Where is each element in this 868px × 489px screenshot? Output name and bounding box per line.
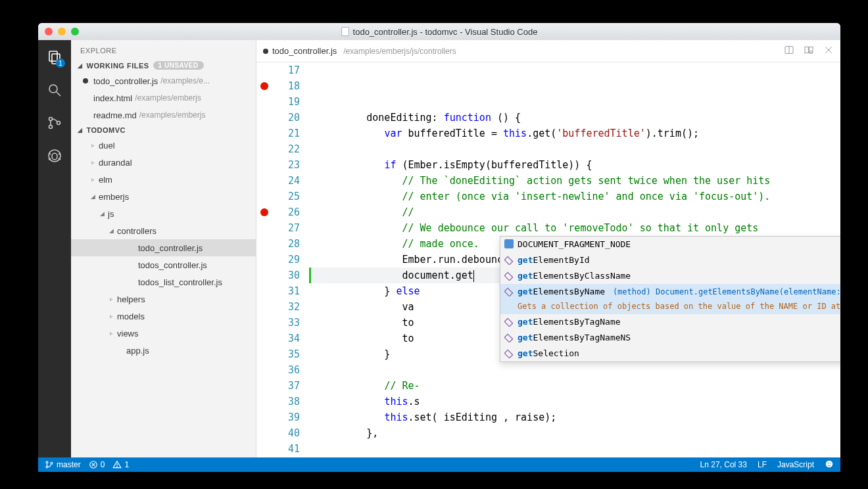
minimize-window-button[interactable] bbox=[58, 28, 66, 35]
activity-debug-button[interactable] bbox=[45, 147, 64, 165]
breakpoint-icon[interactable] bbox=[260, 82, 268, 90]
line-number[interactable]: 40 bbox=[256, 425, 300, 441]
line-number[interactable]: 27 bbox=[256, 220, 300, 236]
line-number[interactable]: 29 bbox=[256, 252, 300, 268]
warnings-status[interactable]: 1 bbox=[112, 460, 129, 469]
code-line[interactable]: this.s bbox=[309, 394, 840, 409]
tree-item[interactable]: ▹helpers bbox=[71, 291, 256, 308]
code-line[interactable] bbox=[309, 141, 840, 157]
tree-item[interactable]: ◢controllers bbox=[71, 222, 256, 239]
activity-explorer-button[interactable]: 1 bbox=[45, 48, 64, 66]
errors-status[interactable]: 0 bbox=[89, 460, 105, 469]
line-number[interactable]: 23 bbox=[256, 157, 300, 173]
code-line[interactable]: cancelEditing: function () { bbox=[309, 457, 840, 457]
line-number[interactable]: 28 bbox=[256, 236, 300, 252]
suggest-item[interactable]: getElementsByName (method) Document.getE… bbox=[500, 284, 840, 314]
line-number[interactable]: 38 bbox=[256, 394, 300, 409]
suggest-item[interactable]: DOCUMENT_FRAGMENT_NODE bbox=[500, 237, 840, 252]
tree-item[interactable]: todos_list_controller.js bbox=[71, 273, 256, 291]
line-number[interactable]: 24 bbox=[256, 173, 300, 189]
tree-item[interactable]: ▹models bbox=[71, 308, 256, 325]
suggest-item[interactable]: getElementsByClassName bbox=[500, 268, 840, 284]
tree-item[interactable]: app.js bbox=[71, 342, 256, 359]
svg-rect-15 bbox=[805, 47, 808, 53]
close-window-button[interactable] bbox=[45, 28, 53, 35]
line-number[interactable]: 32 bbox=[256, 299, 300, 315]
line-number[interactable]: 34 bbox=[256, 331, 300, 346]
code-line[interactable]: // We debounce our call to 'removeTodo' … bbox=[309, 220, 840, 236]
code-line[interactable]: if (Ember.isEmpty(bufferedTitle)) { bbox=[309, 157, 840, 173]
git-branch-status[interactable]: master bbox=[45, 460, 81, 469]
code-line[interactable]: var bufferedTitle = this.get('bufferedTi… bbox=[309, 126, 840, 141]
suggest-item[interactable]: getSelection bbox=[500, 346, 840, 361]
working-files-list: todo_controller.js /examples/e...index.h… bbox=[71, 72, 256, 124]
suggest-item[interactable]: getElementById bbox=[500, 252, 840, 268]
breakpoint-icon[interactable] bbox=[260, 208, 268, 216]
svg-point-33 bbox=[117, 467, 118, 467]
code-line[interactable]: }, bbox=[309, 425, 840, 441]
close-tab-button[interactable] bbox=[823, 45, 834, 57]
code-line[interactable]: // Re- bbox=[309, 378, 840, 394]
suggest-label: getSelection bbox=[518, 348, 579, 358]
split-editor-button[interactable] bbox=[784, 45, 794, 57]
language-mode[interactable]: JavaScript bbox=[777, 460, 814, 469]
working-files-header[interactable]: ◢ WORKING FILES 1 UNSAVED bbox=[71, 58, 256, 72]
line-number[interactable]: 20 bbox=[256, 110, 300, 126]
eol-indicator[interactable]: LF bbox=[758, 460, 767, 469]
chevron-icon: ◢ bbox=[99, 210, 105, 217]
code-line[interactable]: // enter (once via 'insert-newline' and … bbox=[309, 189, 840, 204]
tree-item[interactable]: todo_controller.js bbox=[71, 239, 256, 256]
tree-item[interactable]: ◢emberjs bbox=[71, 188, 256, 205]
tree-item[interactable]: ▹duel bbox=[71, 137, 256, 154]
project-header[interactable]: ◢ TODOMVC bbox=[71, 124, 256, 137]
suggest-label: getElementById bbox=[518, 255, 590, 265]
cursor-position[interactable]: Ln 27, Col 33 bbox=[700, 460, 747, 469]
maximize-window-button[interactable] bbox=[71, 28, 79, 35]
working-file-name: index.html bbox=[93, 93, 132, 103]
line-gutter[interactable]: 1718192021222324252627282930313233343536… bbox=[256, 62, 309, 457]
line-number[interactable]: 39 bbox=[256, 409, 300, 425]
working-file-item[interactable]: readme.md /examples/emberjs bbox=[71, 106, 256, 124]
line-number[interactable]: 25 bbox=[256, 189, 300, 204]
tree-item[interactable]: todos_controller.js bbox=[71, 256, 256, 273]
feedback-button[interactable] bbox=[825, 459, 834, 471]
working-file-name: todo_controller.js bbox=[93, 76, 158, 86]
line-number[interactable]: 36 bbox=[256, 362, 300, 378]
line-number[interactable]: 35 bbox=[256, 346, 300, 362]
chevron-icon: ◢ bbox=[89, 193, 96, 200]
line-number[interactable]: 21 bbox=[256, 126, 300, 141]
code-line[interactable]: doneEditing: function () { bbox=[309, 110, 840, 126]
activity-search-button[interactable] bbox=[45, 81, 64, 99]
svg-rect-0 bbox=[49, 51, 57, 61]
code-line[interactable]: // The `doneEditing` action gets sent tw… bbox=[309, 173, 840, 189]
compare-button[interactable] bbox=[804, 45, 814, 57]
working-file-name: readme.md bbox=[93, 110, 137, 120]
working-file-item[interactable]: todo_controller.js /examples/e... bbox=[71, 72, 256, 89]
suggest-item[interactable]: getElementsByTagName bbox=[500, 314, 840, 330]
tree-item[interactable]: ▹elm bbox=[71, 171, 256, 188]
code-editor[interactable]: 1718192021222324252627282930313233343536… bbox=[256, 62, 840, 457]
tab-filename[interactable]: todo_controller.js bbox=[272, 46, 337, 56]
code-line[interactable]: this.set( isEditing , raise); bbox=[309, 409, 840, 425]
line-number[interactable]: 31 bbox=[256, 283, 300, 299]
suggest-item[interactable]: getElementsByTagNameNS bbox=[500, 330, 840, 346]
line-number[interactable]: 41 bbox=[256, 441, 300, 457]
working-file-item[interactable]: index.html /examples/emberjs bbox=[71, 89, 256, 106]
tree-item[interactable]: ◢js bbox=[71, 205, 256, 222]
line-number[interactable]: 33 bbox=[256, 315, 300, 331]
code-line[interactable] bbox=[309, 362, 840, 378]
code-line[interactable]: // bbox=[309, 204, 840, 220]
code-content[interactable]: doneEditing: function () { var bufferedT… bbox=[309, 62, 840, 457]
tree-item[interactable]: ▹views bbox=[71, 325, 256, 342]
code-line[interactable] bbox=[309, 441, 840, 457]
tree-item-label: todos_controller.js bbox=[138, 260, 207, 270]
line-number[interactable]: 19 bbox=[256, 94, 300, 110]
line-number[interactable]: 30 bbox=[256, 268, 300, 283]
line-number[interactable]: 17 bbox=[256, 62, 300, 78]
line-number[interactable]: 37 bbox=[256, 378, 300, 394]
branch-icon bbox=[45, 460, 54, 469]
activity-git-button[interactable] bbox=[45, 114, 64, 132]
tree-item[interactable]: ▹durandal bbox=[71, 154, 256, 171]
intellisense-popup[interactable]: DOCUMENT_FRAGMENT_NODEgetElementByIdgetE… bbox=[500, 236, 840, 362]
line-number[interactable]: 22 bbox=[256, 141, 300, 157]
